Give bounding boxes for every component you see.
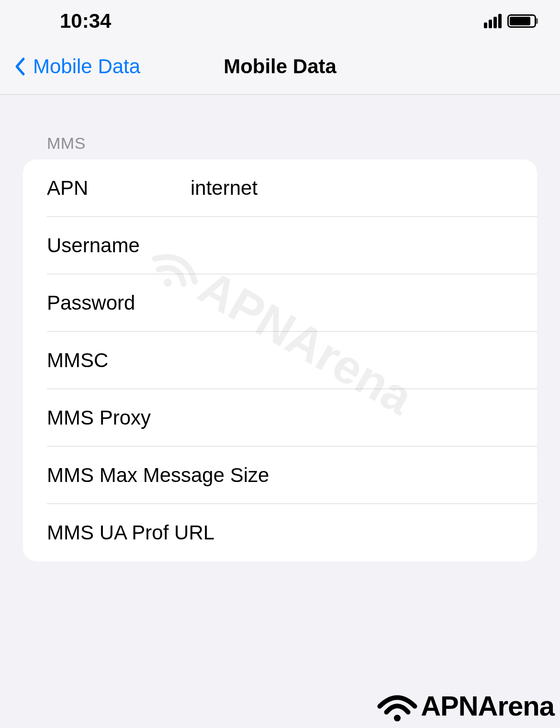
chevron-left-icon (12, 56, 27, 77)
row-password[interactable]: Password (23, 274, 537, 332)
battery-icon (507, 14, 536, 28)
username-input[interactable] (190, 234, 537, 257)
wifi-icon (376, 689, 419, 722)
footer-logo-text: APNArena (421, 690, 554, 722)
password-input[interactable] (190, 291, 537, 314)
row-mms-max-size[interactable]: MMS Max Message Size (23, 447, 537, 504)
row-label-apn: APN (47, 177, 190, 200)
status-time: 10:34 (60, 10, 111, 33)
nav-bar: Mobile Data Mobile Data (0, 38, 560, 95)
svg-point-1 (394, 715, 401, 721)
status-indicators (484, 14, 536, 28)
status-bar: 10:34 (0, 0, 560, 38)
row-mmsc[interactable]: MMSC (23, 332, 537, 389)
section-header-mms: MMS (23, 95, 537, 159)
row-label-mmsc: MMSC (47, 349, 190, 372)
row-apn[interactable]: APN (23, 159, 537, 217)
mmsc-input[interactable] (190, 349, 537, 372)
row-label-mms-max-size: MMS Max Message Size (47, 464, 537, 487)
footer-logo: APNArena (376, 689, 554, 722)
row-username[interactable]: Username (23, 217, 537, 274)
row-label-password: Password (47, 291, 190, 314)
row-mms-proxy[interactable]: MMS Proxy (23, 389, 537, 447)
apn-input[interactable] (190, 177, 537, 200)
back-label: Mobile Data (33, 55, 140, 78)
signal-icon (484, 14, 502, 28)
settings-group-mms: APN Username Password MMSC MMS Proxy MMS… (23, 159, 537, 561)
back-button[interactable]: Mobile Data (12, 55, 140, 78)
mms-proxy-input[interactable] (190, 406, 537, 429)
row-label-mms-ua-prof: MMS UA Prof URL (47, 521, 537, 544)
row-label-mms-proxy: MMS Proxy (47, 406, 190, 429)
row-label-username: Username (47, 234, 190, 257)
page-title: Mobile Data (224, 55, 336, 78)
settings-content: MMS APN Username Password MMSC MMS Proxy (0, 95, 560, 561)
row-mms-ua-prof[interactable]: MMS UA Prof URL (23, 504, 537, 561)
